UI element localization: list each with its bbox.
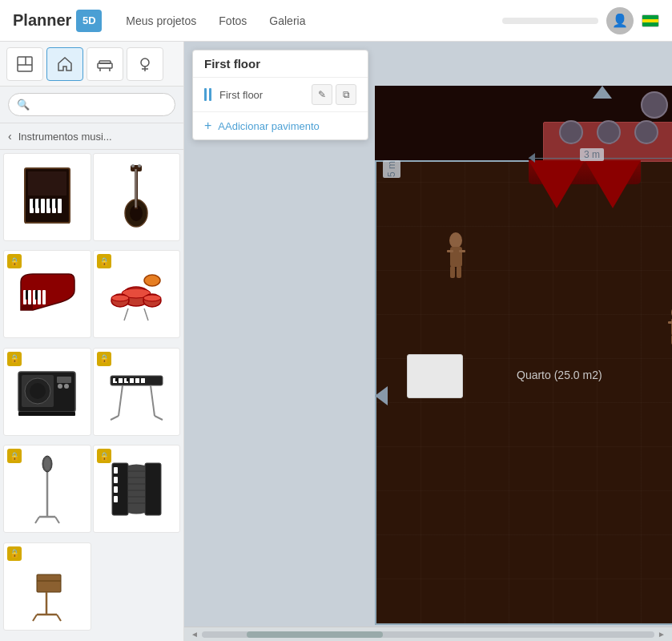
list-item[interactable]: 🔒: [3, 250, 91, 338]
svg-rect-4: [99, 61, 111, 63]
category-back-nav[interactable]: ‹ Instrumentos musi...: [0, 123, 183, 150]
list-item[interactable]: 🔒: [93, 445, 181, 533]
svg-rect-36: [26, 290, 28, 300]
floor-dropdown-header: First floor: [193, 50, 368, 78]
item-visual-music-stand: [13, 551, 82, 620]
nav-galeria[interactable]: Galeria: [269, 11, 305, 30]
lock-badge: 🔒: [7, 449, 22, 463]
svg-line-91: [57, 615, 61, 621]
outdoors-tool-button[interactable]: [127, 47, 163, 81]
svg-rect-18: [33, 199, 35, 208]
furniture-white-box[interactable]: [407, 354, 463, 398]
list-item[interactable]: [3, 153, 91, 241]
item-visual-keyboard-stand: [102, 357, 171, 426]
svg-rect-37: [35, 290, 38, 300]
list-item[interactable]: 🔒: [93, 250, 181, 338]
list-item[interactable]: [93, 153, 181, 241]
lock-badge: 🔒: [97, 352, 111, 366]
svg-rect-63: [127, 378, 129, 381]
svg-line-45: [124, 308, 128, 320]
svg-rect-0: [18, 57, 32, 71]
svg-rect-94: [447, 250, 453, 252]
wall-bottom: [375, 623, 672, 625]
svg-point-73: [44, 458, 50, 470]
svg-line-46: [144, 308, 148, 320]
dim-arrow-top-left: [529, 153, 535, 163]
furniture-chair-5[interactable]: [597, 120, 621, 144]
svg-line-66: [111, 416, 119, 420]
floor-bar-1: [204, 88, 207, 101]
list-item[interactable]: 🔒: [3, 542, 91, 631]
svg-point-52: [58, 384, 62, 389]
furniture-item-1[interactable]: [442, 232, 470, 284]
lock-badge: 🔒: [7, 254, 22, 268]
svg-point-28: [138, 164, 141, 167]
svg-point-53: [64, 384, 69, 389]
list-item[interactable]: 🔒: [3, 348, 91, 436]
svg-rect-14: [41, 199, 45, 213]
svg-rect-34: [38, 290, 41, 304]
nav-arrow-left[interactable]: [375, 386, 388, 405]
scrollbar-thumb-h[interactable]: [247, 631, 383, 638]
svg-rect-17: [58, 199, 62, 213]
nav-links: Meus projetos Fotos Galeria: [126, 11, 502, 30]
avatar[interactable]: 👤: [606, 7, 634, 34]
svg-rect-54: [18, 412, 75, 416]
item-visual-guitar: [102, 163, 171, 232]
item-visual-drum-kit: [102, 260, 171, 329]
svg-point-44: [144, 275, 160, 286]
svg-rect-11: [28, 171, 66, 196]
home-tool-button[interactable]: [46, 47, 83, 81]
scroll-left-button[interactable]: ◄: [187, 630, 202, 639]
search-input[interactable]: [8, 93, 175, 116]
svg-rect-20: [50, 199, 52, 208]
svg-line-90: [33, 615, 37, 621]
curtain-drape-1: [529, 160, 585, 208]
rooms-tool-button[interactable]: [6, 47, 43, 81]
svg-rect-97: [457, 266, 461, 278]
scroll-right-button[interactable]: ►: [654, 630, 669, 639]
list-item[interactable]: 🔒: [3, 445, 91, 533]
category-label: Instrumentos musi...: [18, 131, 112, 143]
lock-badge: 🔒: [7, 352, 22, 366]
svg-point-43: [143, 295, 161, 301]
floor-item-actions: ✎ ⧉: [312, 84, 356, 105]
brazil-flag-icon: [642, 14, 659, 27]
svg-rect-93: [450, 247, 462, 267]
item-visual-grand-piano: [13, 260, 82, 329]
nav-right: 👤: [502, 7, 659, 34]
svg-point-92: [449, 232, 462, 248]
back-arrow-icon: ‹: [8, 130, 12, 143]
floorplan-area: First floor First floor ✎ ⧉ + AAdicionar…: [184, 42, 672, 641]
floor-add-row[interactable]: + AAdicionar pavimento: [193, 112, 368, 139]
svg-rect-59: [130, 378, 134, 383]
svg-rect-57: [119, 378, 123, 383]
list-item[interactable]: 🔒: [93, 348, 181, 436]
furniture-tool-button[interactable]: [87, 47, 123, 81]
furniture-item-2[interactable]: [665, 306, 672, 349]
svg-rect-35: [42, 290, 46, 304]
search-box: [0, 87, 183, 123]
user-bar[interactable]: [502, 18, 598, 24]
nav-arrow-top[interactable]: [593, 86, 612, 99]
floor-item[interactable]: First floor ✎ ⧉: [193, 78, 368, 112]
scrollbar-track-h[interactable]: [202, 631, 654, 638]
svg-rect-86: [37, 574, 61, 592]
horizontal-scrollbar[interactable]: ◄ ►: [184, 627, 672, 641]
floor-copy-button[interactable]: ⧉: [336, 84, 356, 105]
floor-edit-button[interactable]: ✎: [312, 84, 332, 105]
app-logo[interactable]: Planner 5D: [13, 10, 102, 32]
logo-text: Planner: [13, 11, 71, 30]
svg-line-65: [151, 385, 155, 416]
furniture-chair-6[interactable]: [634, 120, 658, 144]
item-visual-mic-stand: [13, 454, 82, 523]
svg-rect-75: [145, 463, 161, 515]
nav-meus-projetos[interactable]: Meus projetos: [126, 11, 196, 30]
floor-dropdown-title: First floor: [204, 57, 260, 71]
furniture-chair-4[interactable]: [559, 120, 583, 144]
logo-icon: 5D: [76, 10, 102, 32]
svg-line-67: [155, 416, 163, 420]
nav-fotos[interactable]: Fotos: [219, 11, 247, 30]
svg-rect-19: [38, 199, 41, 208]
furniture-chair-3[interactable]: [641, 91, 668, 119]
